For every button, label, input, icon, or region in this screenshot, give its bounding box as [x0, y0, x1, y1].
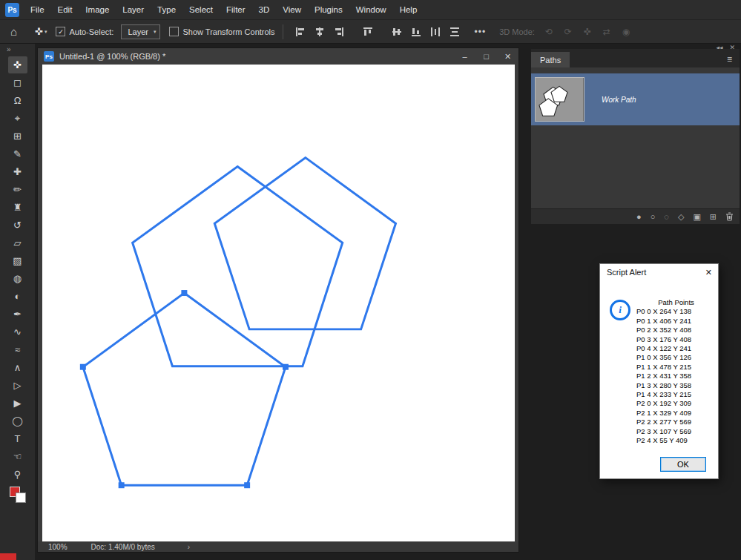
pen-tool[interactable]: ✒: [8, 306, 27, 323]
add-mask-icon[interactable]: ▣: [693, 213, 700, 221]
menu-select[interactable]: Select: [182, 0, 220, 19]
path-point-line: P1 1 X 478 Y 215: [636, 363, 716, 372]
pentagon-path-1[interactable]: [214, 158, 395, 329]
ok-button[interactable]: OK: [660, 457, 706, 472]
crop-tool[interactable]: ⊞: [8, 128, 27, 145]
path-point-line: P2 1 X 329 Y 409: [636, 409, 716, 418]
menu-window[interactable]: Window: [349, 0, 393, 19]
more-options-icon[interactable]: •••: [475, 27, 487, 37]
stroke-path-icon[interactable]: ○: [651, 213, 656, 221]
menu-bar: Ps FileEditImageLayerTypeSelectFilter3DV…: [0, 0, 741, 20]
paths-panel: Paths ≡ Work Path ●○◌◇▣⊞: [531, 49, 740, 224]
menu-edit[interactable]: Edit: [51, 0, 79, 19]
3d-pan-icon: ✜: [580, 24, 595, 39]
anchor-point[interactable]: [283, 364, 289, 370]
pentagon-path-0[interactable]: [133, 167, 343, 366]
close-button[interactable]: ✕: [497, 48, 518, 65]
menu-file[interactable]: File: [24, 0, 51, 19]
menu-plugins[interactable]: Plugins: [308, 0, 349, 19]
type-tool[interactable]: T: [8, 430, 27, 447]
eyedropper-tool[interactable]: ✎: [8, 145, 27, 162]
blur-tool[interactable]: ◍: [8, 270, 27, 287]
load-selection-icon[interactable]: ◌: [664, 213, 669, 221]
path-point-line: P0 2 X 352 Y 408: [636, 326, 716, 335]
object-selection-tool[interactable]: ⌖: [8, 110, 27, 127]
rectangular-marquee-tool[interactable]: ◻: [8, 74, 27, 91]
menu-help[interactable]: Help: [393, 0, 424, 19]
document-size-info: Doc: 1.40M/0 bytes: [91, 543, 155, 551]
eraser-tool[interactable]: ▱: [8, 234, 27, 251]
show-transform-controls-checkbox[interactable]: [169, 27, 179, 36]
document-title-bar[interactable]: Ps Untitled-1 @ 100% (RGB/8) * – □ ✕: [38, 48, 518, 65]
menu-type[interactable]: Type: [151, 0, 182, 19]
3d-mode-label: 3D Mode:: [499, 27, 535, 36]
work-path-thumbnail[interactable]: [536, 78, 584, 121]
path-point-line: P1 3 X 280 Y 358: [636, 381, 716, 390]
anchor-point[interactable]: [80, 364, 86, 370]
menu-items: FileEditImageLayerTypeSelectFilter3DView…: [24, 0, 424, 19]
clone-stamp-tool[interactable]: ♜: [8, 199, 27, 216]
gradient-tool[interactable]: ▨: [8, 252, 27, 269]
auto-select-target-dropdown[interactable]: Layer ▾: [121, 24, 160, 39]
freeform-pen-tool[interactable]: ∿: [8, 323, 27, 340]
path-points-header: Path Points: [636, 298, 716, 307]
fill-path-icon[interactable]: ●: [636, 213, 642, 221]
work-path-row[interactable]: Work Path: [531, 73, 740, 125]
new-path-icon[interactable]: ⊞: [710, 213, 717, 221]
menu-view[interactable]: View: [276, 0, 308, 19]
anchor-point[interactable]: [119, 482, 125, 488]
path-selection-tool[interactable]: ▶: [8, 395, 27, 412]
dialog-title-bar[interactable]: Script Alert ✕: [600, 264, 718, 280]
home-icon[interactable]: ⌂: [10, 25, 17, 38]
maximize-button[interactable]: □: [475, 48, 497, 65]
dodge-tool[interactable]: ◐: [8, 288, 27, 305]
hand-tool[interactable]: ☜: [8, 448, 27, 465]
brush-tool[interactable]: ✏: [8, 181, 27, 198]
delete-path-icon[interactable]: [725, 212, 734, 221]
work-path-thumbnail-svg: [536, 78, 583, 121]
photoshop-logo-icon: Ps: [5, 3, 19, 17]
distribute-v-icon[interactable]: [447, 24, 462, 39]
align-middle-icon[interactable]: [389, 24, 404, 39]
tool-preset-button[interactable]: ✜ ▾: [35, 26, 47, 37]
auto-select-label: Auto-Select:: [69, 27, 113, 36]
panel-menu-icon[interactable]: ≡: [727, 54, 732, 65]
auto-select-checkbox[interactable]: ✓: [56, 27, 65, 36]
align-left-icon[interactable]: [293, 24, 308, 39]
background-color-swatch[interactable]: [16, 493, 26, 503]
ellipse-tool[interactable]: ◯: [8, 412, 27, 429]
zoom-tool[interactable]: ⚲: [8, 466, 27, 483]
history-brush-tool[interactable]: ↺: [8, 217, 27, 234]
direct-selection-tool[interactable]: ▷: [8, 377, 27, 394]
pentagon-path-2[interactable]: [83, 293, 286, 485]
menu-3d[interactable]: 3D: [252, 0, 277, 19]
lasso-tool[interactable]: Ω: [8, 92, 27, 109]
healing-brush-tool[interactable]: ✚: [8, 163, 27, 180]
anchor-point[interactable]: [244, 482, 250, 488]
path-point-line: P2 4 X 55 Y 409: [636, 436, 716, 445]
document-title: Untitled-1 @ 100% (RGB/8) *: [59, 52, 165, 61]
distribute-h-icon[interactable]: [428, 24, 443, 39]
make-work-path-icon[interactable]: ◇: [678, 213, 684, 221]
zoom-level-field[interactable]: 100%: [48, 543, 67, 551]
tab-paths[interactable]: Paths: [531, 52, 570, 67]
align-center-h-icon[interactable]: [312, 24, 327, 39]
dialog-close-icon[interactable]: ✕: [705, 268, 718, 277]
menu-filter[interactable]: Filter: [220, 0, 252, 19]
anchor-point[interactable]: [181, 290, 187, 296]
curvature-pen-tool[interactable]: ≈: [8, 341, 27, 358]
menu-layer[interactable]: Layer: [116, 0, 151, 19]
minimize-button[interactable]: –: [454, 48, 475, 65]
menu-image[interactable]: Image: [79, 0, 116, 19]
path-point-line: P0 4 X 122 Y 241: [636, 344, 716, 353]
align-top-icon[interactable]: [360, 24, 375, 39]
toolbar-expand-icon[interactable]: »: [7, 45, 11, 53]
canvas[interactable]: [42, 65, 515, 541]
paths-panel-icon-bar: ●○◌◇▣⊞: [531, 208, 740, 224]
align-bottom-icon[interactable]: [409, 24, 424, 39]
move-tool[interactable]: ✜: [8, 56, 27, 73]
status-flyout-icon[interactable]: ›: [188, 543, 190, 551]
layer-dropdown-value: Layer: [128, 27, 148, 36]
align-right-icon[interactable]: [332, 24, 346, 39]
convert-point-tool[interactable]: ∧: [8, 359, 27, 376]
